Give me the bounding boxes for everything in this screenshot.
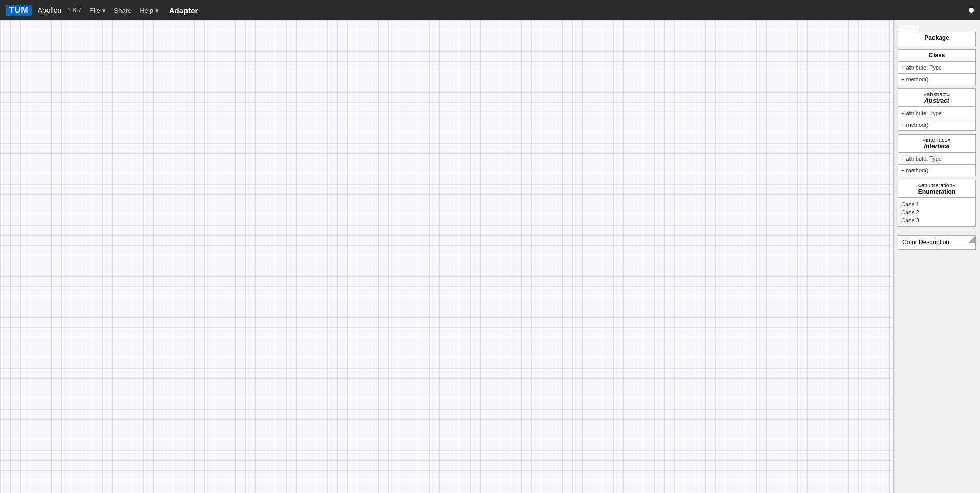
interface-title: «interface» Interface bbox=[898, 135, 975, 152]
abstract-method: + method() bbox=[901, 121, 972, 129]
main-area: Package Class + attribute: Type + method… bbox=[0, 20, 980, 493]
enumeration-shape[interactable]: «enumeration» Enumeration Case 1 Case 2 … bbox=[898, 180, 976, 227]
package-card[interactable]: Package bbox=[898, 32, 976, 46]
color-description-shape[interactable]: Color Description bbox=[898, 235, 976, 250]
class-attributes-section: + attribute: Type bbox=[898, 61, 975, 73]
package-tab bbox=[898, 25, 918, 32]
enumeration-case-1: Case 1 bbox=[901, 200, 972, 208]
interface-shape[interactable]: «interface» Interface + attribute: Type … bbox=[898, 134, 976, 176]
file-menu[interactable]: File ▾ bbox=[87, 6, 108, 15]
app-name: Apollon bbox=[38, 6, 62, 14]
enumeration-stereotype: «enumeration» bbox=[901, 182, 972, 188]
package-title: Package bbox=[898, 32, 975, 46]
help-menu[interactable]: Help ▾ bbox=[137, 6, 160, 15]
interface-name: Interface bbox=[924, 143, 949, 150]
color-description-label: Color Description bbox=[898, 236, 975, 249]
abstract-shape[interactable]: «abstract» Abstract + attribute: Type + … bbox=[898, 88, 976, 131]
abstract-attributes-section: + attribute: Type bbox=[898, 107, 975, 119]
sidebar-divider bbox=[898, 231, 976, 231]
interface-attribute: + attribute: Type bbox=[901, 154, 972, 163]
class-methods-section: + method() bbox=[898, 73, 975, 85]
abstract-methods-section: + method() bbox=[898, 119, 975, 130]
package-shape[interactable]: Package bbox=[898, 32, 976, 46]
enumeration-case-3: Case 3 bbox=[901, 216, 972, 225]
abstract-stereotype: «abstract» bbox=[901, 91, 972, 97]
enumeration-cases-section: Case 1 Case 2 Case 3 bbox=[898, 198, 975, 226]
interface-methods-section: + method() bbox=[898, 164, 975, 176]
class-shape[interactable]: Class + attribute: Type + method() bbox=[898, 49, 976, 85]
app-version: 1.6.7 bbox=[67, 7, 81, 14]
interface-method: + method() bbox=[901, 166, 972, 174]
enumeration-name: Enumeration bbox=[918, 188, 955, 195]
diagram-title: Adapter bbox=[169, 6, 198, 15]
abstract-attribute: + attribute: Type bbox=[901, 109, 972, 117]
interface-attributes-section: + attribute: Type bbox=[898, 152, 975, 164]
abstract-name: Abstract bbox=[924, 97, 949, 104]
interface-stereotype: «interface» bbox=[901, 137, 972, 143]
sidebar-panel: Package Class + attribute: Type + method… bbox=[893, 20, 980, 493]
abstract-title: «abstract» Abstract bbox=[898, 89, 975, 107]
tum-logo: TUM bbox=[6, 5, 32, 16]
status-indicator bbox=[969, 8, 974, 13]
share-menu[interactable]: Share bbox=[112, 6, 134, 15]
class-title: Class bbox=[898, 50, 975, 61]
nav-menu: File ▾ Share Help ▾ bbox=[87, 6, 161, 15]
navbar: TUM Apollon 1.6.7 File ▾ Share Help ▾ Ad… bbox=[0, 0, 980, 20]
enumeration-title: «enumeration» Enumeration bbox=[898, 180, 975, 198]
class-method: + method() bbox=[901, 75, 972, 83]
class-attribute: + attribute: Type bbox=[901, 63, 972, 72]
diagram-canvas[interactable] bbox=[0, 20, 893, 493]
enumeration-case-2: Case 2 bbox=[901, 208, 972, 216]
